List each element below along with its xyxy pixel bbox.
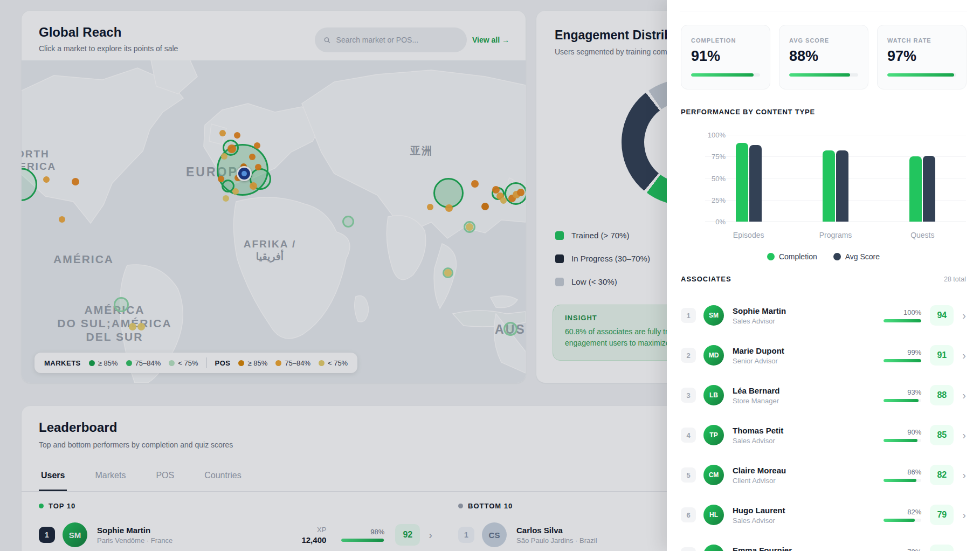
x-axis-categories: Episodes Programs Quests: [705, 231, 966, 239]
pos-dot[interactable]: [137, 323, 145, 330]
avg-score-bar: [923, 156, 935, 222]
associate-row[interactable]: 4 TP Thomas Petit Sales Advisor 90% 85 ›: [681, 415, 966, 455]
pos-dot[interactable]: [43, 176, 50, 183]
top-10-label: TOP 10: [49, 502, 75, 510]
chevron-right-icon[interactable]: ›: [962, 390, 966, 401]
chevron-right-icon[interactable]: ›: [962, 310, 966, 321]
map-legend-item: POS: [215, 359, 231, 367]
pos-dot[interactable]: [59, 216, 65, 223]
pos-dot[interactable]: [250, 182, 257, 190]
market-bubble[interactable]: [433, 178, 464, 208]
completion-percent: 93%: [884, 388, 921, 396]
avatar: CS: [482, 522, 507, 547]
leaderboard-tab[interactable]: POS: [154, 462, 176, 491]
associate-role: Sales Advisor: [733, 516, 884, 525]
global-reach-card: Global Reach Click a market to explore i…: [22, 11, 526, 383]
map-legend-item: 75–84%: [126, 359, 161, 367]
map-region-label: AMÉRICA: [49, 252, 119, 266]
associate-role: Sales Advisor: [733, 317, 884, 325]
progress-bar: [884, 319, 921, 322]
avatar: HL: [703, 505, 724, 525]
pos-dot[interactable]: [517, 189, 524, 196]
associate-name: Thomas Petit: [733, 426, 884, 435]
pos-dot[interactable]: [218, 176, 224, 182]
pos-dot[interactable]: [466, 223, 473, 231]
completion-bar: [736, 143, 748, 222]
selected-market-marker[interactable]: [237, 166, 252, 181]
associate-row[interactable]: 1 SM Sophie Martin Sales Advisor 100% 94…: [681, 295, 966, 335]
chevron-right-icon[interactable]: ›: [429, 529, 432, 540]
pos-dot[interactable]: [232, 188, 239, 195]
score-badge: 94: [930, 305, 954, 326]
map-legend-item: 75–84%: [275, 359, 310, 367]
pos-dot[interactable]: [444, 269, 452, 277]
avatar: SM: [703, 305, 724, 326]
pos-dot[interactable]: [445, 204, 453, 212]
legend-dot: [319, 360, 325, 366]
performance-chart-title: PERFORMANCE BY CONTENT TYPE: [681, 108, 815, 116]
associate-row[interactable]: 2 MD Marie Dupont Senior Advisor 99% 91 …: [681, 335, 966, 375]
associate-row[interactable]: 3 LB Léa Bernard Store Manager 93% 88 ›: [681, 375, 966, 415]
map-region-label: 亚洲: [405, 145, 438, 157]
world-map[interactable]: NORTH AMERICA AMÉRICA AMÉRICA DO SUL;AMÉ…: [22, 60, 526, 383]
pos-dot[interactable]: [427, 204, 433, 210]
bottom-10-dot: [458, 504, 463, 508]
user-location: Paris Vendôme · France: [97, 536, 283, 545]
legend-dot: [767, 253, 775, 260]
view-all-link[interactable]: View all →: [472, 36, 509, 44]
pos-dot[interactable]: [221, 153, 227, 160]
pos-dot[interactable]: [255, 164, 261, 170]
pos-dot[interactable]: [223, 195, 229, 202]
pos-dot[interactable]: [227, 144, 236, 153]
map-region-label: AFRIKA / أفريقيا: [236, 238, 303, 263]
market-bubble[interactable]: [114, 297, 129, 312]
stat-cards: COMPLETION 91% AVG SCORE 88% WATCH RATE …: [681, 25, 967, 89]
pos-dot[interactable]: [249, 154, 256, 160]
market-bubble[interactable]: [503, 322, 517, 336]
chevron-right-icon[interactable]: ›: [962, 350, 966, 361]
associate-row[interactable]: 7 EF Emma Fournier Visual Merchandiser 7…: [681, 535, 966, 551]
stat-card: AVG SCORE 88%: [779, 25, 868, 89]
leaderboard-row[interactable]: 1 SM Sophie Martin Paris Vendôme · Franc…: [39, 518, 432, 551]
rank-badge: 6: [681, 507, 696, 522]
completion-percent: 86%: [884, 468, 921, 476]
legend-dot: [169, 360, 175, 366]
score-badge: 85: [930, 425, 954, 445]
pos-dot[interactable]: [254, 142, 260, 149]
pos-dot[interactable]: [481, 203, 489, 210]
stat-label: AVG SCORE: [789, 37, 858, 44]
search-icon: [323, 36, 331, 44]
map-legend-item: MARKETS: [44, 359, 81, 367]
associate-row[interactable]: 6 HL Hugo Laurent Sales Advisor 82% 79 ›: [681, 495, 966, 535]
global-reach-subtitle: Click a market to explore its points of …: [39, 44, 178, 53]
map-region-label: AMÉRICA DO SUL;AMÉRICA DEL SUR: [43, 303, 186, 344]
selected-market-marker-core: [241, 171, 247, 176]
leaderboard-tab[interactable]: Markets: [93, 462, 128, 491]
chevron-right-icon[interactable]: ›: [962, 430, 966, 440]
pos-dot[interactable]: [234, 132, 240, 139]
pos-dot[interactable]: [129, 323, 136, 330]
score-badge: 79: [930, 505, 954, 525]
avatar: MD: [703, 345, 724, 366]
pos-dot[interactable]: [219, 130, 226, 136]
progress-bar: [884, 479, 921, 482]
bottom-10-label: BOTTOM 10: [468, 502, 513, 510]
pos-dot[interactable]: [471, 180, 479, 188]
search-input[interactable]: [336, 36, 458, 44]
chevron-right-icon[interactable]: ›: [962, 509, 966, 520]
pos-dot[interactable]: [72, 178, 79, 185]
score-badge: 82: [930, 465, 954, 485]
score-badge: 88: [930, 385, 954, 405]
chevron-right-icon[interactable]: ›: [962, 470, 966, 480]
legend-swatch: [555, 278, 564, 286]
pos-dot[interactable]: [500, 197, 507, 204]
leaderboard-tab[interactable]: Users: [39, 462, 67, 491]
associate-row[interactable]: 5 CM Claire Moreau Client Advisor 86% 82…: [681, 455, 966, 495]
map-legend-item: ≥ 85%: [238, 359, 267, 367]
market-bubble[interactable]: [342, 216, 354, 228]
map-search[interactable]: [315, 27, 467, 52]
avatar: TP: [703, 425, 724, 445]
completion-percent: 99%: [884, 348, 921, 356]
legend-dot: [833, 253, 841, 260]
leaderboard-tab[interactable]: Countries: [202, 462, 243, 491]
